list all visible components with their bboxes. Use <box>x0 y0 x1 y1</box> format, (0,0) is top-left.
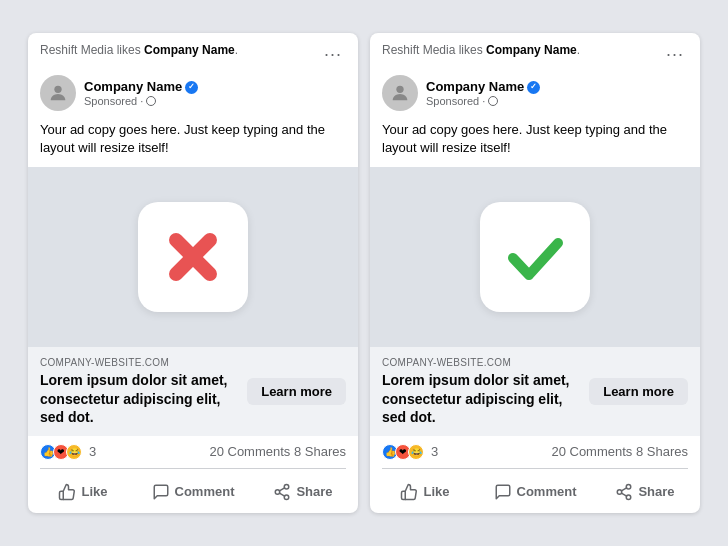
profile-row: Company Name Sponsored · <box>370 71 700 117</box>
comment-label: Comment <box>517 484 577 499</box>
haha-bubble: 😂 <box>66 444 82 460</box>
actions-row: Like Comment Share <box>370 473 700 513</box>
company-name: Company Name <box>84 79 182 96</box>
icon-box <box>480 202 590 312</box>
cta-left: COMPANY-WEBSITE.COM Lorem ipsum dolor si… <box>382 357 582 426</box>
reaction-bubbles: 👍 ❤ 😂 <box>382 444 424 460</box>
profile-info: Company Name Sponsored · <box>84 79 198 108</box>
headline: Lorem ipsum dolor sit amet, consectetur … <box>382 371 582 426</box>
website-url: COMPANY-WEBSITE.COM <box>382 357 582 368</box>
sponsored-row: Sponsored · <box>84 95 198 107</box>
x-icon <box>163 227 223 287</box>
comment-icon <box>494 483 512 501</box>
avatar <box>40 75 76 111</box>
reactions-row: 👍 ❤ 😂 3 20 Comments 8 Shares <box>28 436 358 464</box>
ad-copy: Your ad copy goes here. Just keep typing… <box>370 117 700 167</box>
actions-row: Like Comment Share <box>28 473 358 513</box>
likes-text: Reshift Media likes Company Name. <box>40 43 238 59</box>
ad-card-check: Reshift Media likes Company Name. ··· Co… <box>370 33 700 513</box>
like-label: Like <box>423 484 449 499</box>
share-button[interactable]: Share <box>590 477 700 507</box>
sponsored-label: Sponsored <box>84 95 137 107</box>
svg-point-0 <box>54 86 61 93</box>
like-label: Like <box>81 484 107 499</box>
reaction-count: 3 <box>89 444 96 459</box>
share-label: Share <box>296 484 332 499</box>
sponsored-label: Sponsored <box>426 95 479 107</box>
learn-more-button[interactable]: Learn more <box>589 378 688 405</box>
likes-section: Reshift Media likes Company Name. <box>40 43 238 59</box>
comment-button[interactable]: Comment <box>138 477 248 507</box>
svg-line-11 <box>622 488 627 491</box>
svg-line-4 <box>280 493 285 496</box>
ad-copy: Your ad copy goes here. Just keep typing… <box>28 117 358 167</box>
image-area <box>370 167 700 347</box>
share-icon <box>615 483 633 501</box>
icon-box <box>138 202 248 312</box>
comments-shares: 20 Comments 8 Shares <box>551 444 688 459</box>
haha-bubble: 😂 <box>408 444 424 460</box>
svg-point-6 <box>396 86 403 93</box>
company-name-row: Company Name <box>426 79 540 96</box>
globe-icon <box>488 96 498 106</box>
sponsored-row: Sponsored · <box>426 95 540 107</box>
cards-container: Reshift Media likes Company Name. ··· Co… <box>12 17 716 529</box>
verified-icon <box>185 81 198 94</box>
card-header: Reshift Media likes Company Name. ··· <box>28 33 358 71</box>
svg-line-10 <box>622 493 627 496</box>
like-icon <box>58 483 76 501</box>
card-header: Reshift Media likes Company Name. ··· <box>370 33 700 71</box>
globe-icon <box>146 96 156 106</box>
likes-text: Reshift Media likes Company Name. <box>382 43 580 59</box>
comments-shares: 20 Comments 8 Shares <box>209 444 346 459</box>
divider <box>40 468 346 469</box>
reactions-left: 👍 ❤ 😂 3 <box>40 444 96 460</box>
divider <box>382 468 688 469</box>
headline: Lorem ipsum dolor sit amet, consectetur … <box>40 371 240 426</box>
reaction-count: 3 <box>431 444 438 459</box>
svg-line-5 <box>280 488 285 491</box>
ad-card-x: Reshift Media likes Company Name. ··· Co… <box>28 33 358 513</box>
image-area <box>28 167 358 347</box>
likes-prefix: Reshift Media likes <box>40 43 144 57</box>
likes-company: Company Name <box>486 43 577 57</box>
share-button[interactable]: Share <box>248 477 358 507</box>
likes-company: Company Name <box>144 43 235 57</box>
learn-more-button[interactable]: Learn more <box>247 378 346 405</box>
profile-info: Company Name Sponsored · <box>426 79 540 108</box>
reactions-left: 👍 ❤ 😂 3 <box>382 444 438 460</box>
comment-label: Comment <box>175 484 235 499</box>
reactions-row: 👍 ❤ 😂 3 20 Comments 8 Shares <box>370 436 700 464</box>
like-button[interactable]: Like <box>370 477 480 507</box>
cta-left: COMPANY-WEBSITE.COM Lorem ipsum dolor si… <box>40 357 240 426</box>
verified-icon <box>527 81 540 94</box>
reaction-bubbles: 👍 ❤ 😂 <box>40 444 82 460</box>
cta-section: COMPANY-WEBSITE.COM Lorem ipsum dolor si… <box>370 347 700 436</box>
share-label: Share <box>638 484 674 499</box>
share-icon <box>273 483 291 501</box>
avatar <box>382 75 418 111</box>
company-name-row: Company Name <box>84 79 198 96</box>
website-url: COMPANY-WEBSITE.COM <box>40 357 240 368</box>
more-options-button[interactable]: ··· <box>662 43 688 65</box>
like-icon <box>400 483 418 501</box>
likes-section: Reshift Media likes Company Name. <box>382 43 580 59</box>
likes-prefix: Reshift Media likes <box>382 43 486 57</box>
company-name: Company Name <box>426 79 524 96</box>
like-button[interactable]: Like <box>28 477 138 507</box>
check-icon <box>503 225 568 290</box>
comment-button[interactable]: Comment <box>480 477 590 507</box>
comment-icon <box>152 483 170 501</box>
cta-section: COMPANY-WEBSITE.COM Lorem ipsum dolor si… <box>28 347 358 436</box>
profile-row: Company Name Sponsored · <box>28 71 358 117</box>
more-options-button[interactable]: ··· <box>320 43 346 65</box>
